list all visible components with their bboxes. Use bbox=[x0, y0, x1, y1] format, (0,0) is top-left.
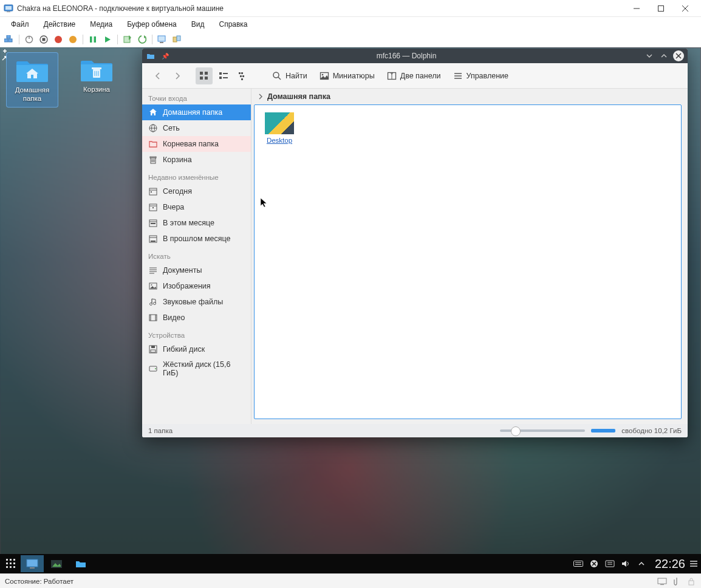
svg-rect-33 bbox=[205, 77, 208, 80]
host-maximize-button[interactable] bbox=[649, 0, 673, 17]
task-desktop[interactable] bbox=[21, 555, 44, 572]
sidebar-item-hdd[interactable]: Жёсткий диск (15,6 ГиБ) bbox=[142, 357, 251, 380]
host-window-title: Chakra на ELEONORA - подключение к вирту… bbox=[17, 4, 624, 13]
start-button[interactable] bbox=[101, 33, 114, 46]
svg-rect-41 bbox=[242, 75, 244, 77]
menu-clipboard[interactable]: Буфер обмена bbox=[121, 19, 183, 30]
share-button[interactable] bbox=[170, 33, 183, 46]
forward-button[interactable] bbox=[169, 67, 186, 84]
sidebar-item-home[interactable]: Домашняя папка bbox=[142, 104, 251, 120]
shutdown-button[interactable] bbox=[52, 33, 65, 46]
svg-rect-4 bbox=[658, 5, 664, 11]
sidebar-item-trash[interactable]: Корзина bbox=[142, 152, 251, 168]
sidebar-item-audio[interactable]: Звуковые файлы bbox=[142, 294, 251, 310]
sidebar-item-floppy[interactable]: Гибкий диск bbox=[142, 341, 251, 357]
svg-rect-91 bbox=[151, 350, 156, 352]
dolphin-title: mfc166 — Dolphin bbox=[169, 52, 644, 60]
svg-rect-34 bbox=[219, 72, 222, 75]
svg-rect-96 bbox=[13, 559, 15, 561]
dolphin-titlebar[interactable]: 📌 mfc166 — Dolphin bbox=[142, 49, 688, 63]
preview-button[interactable]: Миниатюры bbox=[315, 69, 380, 83]
desktop-icon-home[interactable]: Домашняя папка bbox=[6, 52, 58, 108]
sidebar-item-this-month[interactable]: В этом месяце bbox=[142, 215, 251, 231]
menu-file[interactable]: Файл bbox=[5, 19, 35, 30]
free-space: свободно 10,2 ГиБ bbox=[621, 427, 682, 434]
places-heading: Точки входа bbox=[142, 89, 251, 104]
panel-clock[interactable]: 22:26 bbox=[655, 557, 685, 571]
app-launcher-button[interactable] bbox=[2, 555, 19, 572]
save-state-button[interactable] bbox=[66, 33, 80, 46]
find-button[interactable]: Найти bbox=[267, 69, 312, 83]
expand-tray-icon[interactable] bbox=[637, 559, 646, 569]
task-image-viewer[interactable] bbox=[45, 555, 68, 572]
guest-desktop[interactable]: Домашняя папка Корзина 📌 mfc166 — Dolphi… bbox=[0, 47, 701, 573]
svg-rect-62 bbox=[151, 191, 152, 193]
breadcrumb-segment[interactable]: Домашняя папка bbox=[267, 92, 330, 101]
sidebar-item-yesterday[interactable]: Вчера bbox=[142, 199, 251, 215]
svg-rect-106 bbox=[573, 561, 583, 567]
svg-point-78 bbox=[150, 303, 152, 306]
host-toolbar bbox=[0, 32, 701, 47]
svg-point-46 bbox=[321, 74, 323, 75]
view-compact-button[interactable] bbox=[215, 67, 232, 84]
clipboard-tray-icon[interactable] bbox=[605, 559, 615, 569]
sidebar-item-images[interactable]: Изображения bbox=[142, 278, 251, 294]
notification-close-icon[interactable] bbox=[589, 559, 599, 569]
menu-media[interactable]: Медиа bbox=[84, 19, 118, 30]
svg-rect-103 bbox=[27, 559, 38, 567]
view-icons-button[interactable] bbox=[196, 67, 213, 84]
svg-point-88 bbox=[156, 319, 156, 320]
split-button[interactable]: Две панели bbox=[382, 69, 446, 83]
zoom-slider[interactable] bbox=[500, 429, 585, 432]
file-label: Desktop bbox=[267, 137, 292, 144]
host-minimize-button[interactable] bbox=[624, 0, 649, 17]
checkpoint-button[interactable] bbox=[121, 33, 134, 46]
menu-view[interactable]: Вид bbox=[185, 19, 211, 30]
host-close-button[interactable] bbox=[673, 0, 697, 17]
svg-rect-104 bbox=[30, 567, 35, 569]
svg-rect-102 bbox=[13, 566, 15, 568]
svg-point-93 bbox=[155, 368, 156, 369]
svg-rect-108 bbox=[575, 564, 581, 565]
sidebar-item-video[interactable]: Видео bbox=[142, 310, 251, 326]
stop-button[interactable] bbox=[37, 33, 50, 46]
svg-point-84 bbox=[149, 317, 150, 318]
dolphin-close-button[interactable] bbox=[673, 50, 684, 61]
dolphin-minimize-button[interactable] bbox=[644, 50, 655, 61]
breadcrumb[interactable]: Домашняя папка bbox=[251, 89, 688, 104]
dolphin-sidebar: Точки входа Домашняя папка Сеть Корневая… bbox=[142, 89, 251, 424]
desktop-thumb-icon bbox=[265, 112, 294, 134]
menu-help[interactable]: Справка bbox=[213, 19, 253, 30]
file-desktop[interactable]: Desktop bbox=[262, 112, 297, 144]
svg-rect-120 bbox=[689, 581, 694, 585]
sidebar-item-root[interactable]: Корневая папка bbox=[142, 136, 251, 152]
svg-point-79 bbox=[154, 303, 156, 305]
desktop-icon-trash[interactable]: Корзина bbox=[70, 52, 123, 108]
back-button[interactable] bbox=[149, 67, 166, 84]
sidebar-item-today[interactable]: Сегодня bbox=[142, 183, 251, 199]
volume-icon[interactable] bbox=[621, 559, 631, 569]
dolphin-maximize-button[interactable] bbox=[658, 50, 669, 61]
panel-menu-icon[interactable] bbox=[689, 559, 699, 569]
enhanced-session-button[interactable] bbox=[156, 33, 169, 46]
file-view[interactable]: Desktop bbox=[254, 104, 682, 419]
menu-action[interactable]: Действие bbox=[38, 19, 82, 30]
revert-button[interactable] bbox=[135, 33, 149, 46]
pause-button[interactable] bbox=[86, 33, 100, 46]
sidebar-item-last-month[interactable]: В прошлом месяце bbox=[142, 231, 251, 247]
devices-heading: Устройства bbox=[142, 326, 251, 341]
ctrl-alt-del-button[interactable] bbox=[2, 33, 16, 46]
power-button[interactable] bbox=[22, 33, 36, 46]
keyboard-icon[interactable] bbox=[573, 559, 583, 569]
sidebar-item-documents[interactable]: Документы bbox=[142, 262, 251, 278]
svg-rect-24 bbox=[92, 67, 101, 69]
svg-rect-17 bbox=[94, 36, 97, 43]
pin-icon[interactable]: 📌 bbox=[162, 53, 169, 60]
status-label: Состояние: bbox=[5, 578, 42, 585]
view-details-button[interactable] bbox=[234, 67, 251, 84]
control-button[interactable]: Управление bbox=[448, 69, 514, 83]
sidebar-item-network[interactable]: Сеть bbox=[142, 120, 251, 136]
desktop-icon-home-label: Домашняя папка bbox=[8, 86, 56, 103]
svg-rect-42 bbox=[241, 78, 243, 80]
task-dolphin[interactable] bbox=[69, 555, 92, 572]
